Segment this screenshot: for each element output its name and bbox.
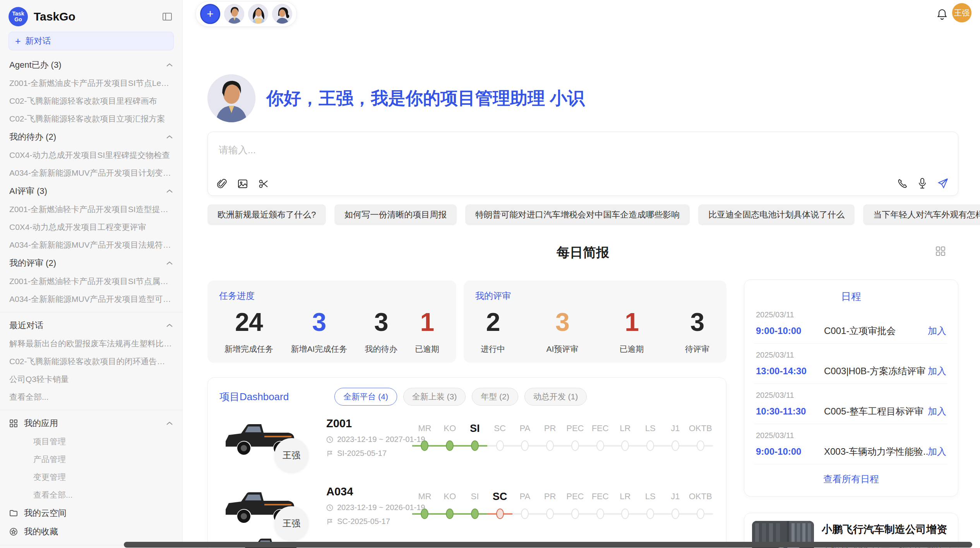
my-apps-header[interactable]: 我的应用: [0, 414, 182, 433]
suggestion-chip[interactable]: 当下年轻人对汽车外观有怎样的喜好趋势: [863, 204, 980, 225]
milestone-label: LR: [613, 420, 638, 437]
milestone-dot: [546, 440, 554, 451]
grid-layout-icon[interactable]: [933, 245, 948, 257]
milestone-label: MR: [412, 420, 437, 437]
microphone-icon[interactable]: [918, 178, 927, 189]
schedule-name: X003-车辆动力学性能验...: [824, 445, 928, 458]
sidebar-item[interactable]: Z001-全新燃油轻卡产品开发项目SI节点属性5D文件评审: [0, 272, 182, 290]
dashboard-tab[interactable]: 动总开发 (1): [524, 388, 587, 406]
sidebar-item[interactable]: C02-飞腾新能源轻客改款项目里程碑画布: [0, 92, 182, 110]
sidebar-item[interactable]: A034-全新新能源MUV产品开发项目法规符合性评审: [0, 236, 182, 254]
milestone-dot: [496, 509, 504, 519]
milestone-track: MR KO SI SC: [412, 420, 713, 454]
app-link[interactable]: 查看全部...: [0, 486, 182, 504]
sidebar-item[interactable]: A034-全新新能源MUV产品开发项目造型可行性评审: [0, 290, 182, 308]
my-favorites-link[interactable]: 我的收藏: [0, 522, 182, 541]
milestone: PR: [538, 420, 563, 454]
schedule-date: 2025/03/11: [756, 431, 946, 440]
project-row-a034[interactable]: 王强 A034 2023-12-19 ~ 2026-01-19 SC-2025-…: [208, 483, 726, 545]
sidebar-item[interactable]: C02-飞腾新能源轻客改款项目立项汇报方案: [0, 110, 182, 128]
schedule-date: 2025/03/11: [756, 351, 946, 360]
dashboard-title: 项目Dashboard: [219, 390, 289, 404]
chevron-up-icon: [166, 189, 173, 194]
milestone-dot: [646, 509, 654, 519]
schedule-item: 2025/03/11 13:00-14:30 C003|H0B-方案冻结评审 加…: [754, 344, 948, 384]
project-row-z001[interactable]: 王强 Z001 2023-12-19 ~ 2027-01-19 SI-2025-…: [208, 415, 726, 477]
user-avatar[interactable]: 王强: [952, 3, 971, 22]
milestone-dot: [621, 509, 629, 519]
milestone: MR: [412, 488, 437, 522]
sidebar-item[interactable]: Z001-全新燃油皮卡产品开发项目SI节点Lesson Learn报告: [0, 74, 182, 92]
new-chat-button[interactable]: + 新对话: [9, 32, 174, 50]
image-icon[interactable]: [237, 178, 248, 189]
composer[interactable]: 请输入...: [207, 132, 958, 196]
milestone: PEC: [563, 488, 588, 522]
milestone: MR: [412, 420, 437, 454]
join-link[interactable]: 加入: [928, 325, 946, 337]
milestone-dot: [571, 440, 579, 451]
dashboard-tab[interactable]: 全新平台 (4): [334, 388, 397, 406]
milestone-label: KO: [437, 420, 463, 437]
sidebar-item[interactable]: C0X4-动力总成开发项目SI里程碑提交物检查: [0, 146, 182, 164]
dashboard-tab[interactable]: 年型 (2): [472, 388, 518, 406]
milestone-label: SC: [487, 420, 512, 437]
send-icon[interactable]: [937, 178, 949, 189]
card-label: 我的评审: [475, 290, 715, 302]
recent-view-all-link[interactable]: 查看全部...: [0, 388, 182, 406]
assistant-avatar-man[interactable]: [224, 4, 244, 24]
milestone-label: PA: [512, 488, 538, 505]
sidebar-item[interactable]: A034-全新新能源MUV产品开发项目计划变更表编写: [0, 164, 182, 182]
section-header[interactable]: Agent已办 (3): [0, 56, 182, 74]
milestone-label: LS: [638, 488, 663, 505]
composer-tools-left: [217, 178, 269, 189]
sidebar-toggle-icon[interactable]: [161, 10, 174, 23]
schedule-time: 13:00-14:30: [756, 366, 824, 377]
stat: 3 AI预评审: [546, 307, 578, 354]
milestone-label: SI: [463, 420, 488, 437]
sidebar-section-recent: 最近对话 解释最新出台的欧盟报废车法规再生塑料比例被调至15%...C02-飞腾…: [0, 316, 182, 406]
scissors-icon[interactable]: [258, 178, 269, 189]
section-header[interactable]: 我的待办 (2): [0, 128, 182, 146]
bell-icon[interactable]: [934, 8, 950, 21]
my-cloud-space-link[interactable]: 我的云空间: [0, 504, 182, 522]
milestone-label: PA: [512, 420, 538, 437]
new-chat-label: 新对话: [26, 35, 51, 47]
suggestion-chip[interactable]: 欧洲新规最近颁布了什么?: [207, 204, 326, 225]
sidebar-item[interactable]: C0X4-动力总成开发项目工程变更评审: [0, 218, 182, 236]
assistant-avatar-woman1[interactable]: [248, 4, 268, 24]
attach-icon[interactable]: [217, 178, 227, 189]
milestone: KO: [437, 420, 463, 454]
recent-chat-item[interactable]: C02-飞腾新能源轻客改款项目的闭环通告反馈情况: [0, 353, 182, 370]
suggestion-chip[interactable]: 比亚迪全固态电池计划具体说了什么: [698, 204, 855, 225]
dashboard-tab[interactable]: 全新上装 (3): [403, 388, 466, 406]
section-header[interactable]: 最近对话: [0, 316, 182, 335]
join-link[interactable]: 加入: [928, 445, 946, 458]
suggestion-chip[interactable]: 如何写一份清晰的项目周报: [334, 204, 457, 225]
section-header[interactable]: AI评审 (3): [0, 182, 182, 200]
recent-chat-item[interactable]: 解释最新出台的欧盟报废车法规再生塑料比例被调至15%...: [0, 335, 182, 353]
join-link[interactable]: 加入: [928, 405, 946, 418]
view-all-schedule-link[interactable]: 查看所有日程: [754, 464, 948, 494]
stat-value: 3: [546, 307, 578, 337]
milestone: OKTB: [688, 420, 713, 454]
app-link[interactable]: 项目管理: [0, 433, 182, 450]
recent-chat-item[interactable]: 公司Q3轻卡销量: [0, 370, 182, 388]
suggestion-chip[interactable]: 特朗普可能对进口汽车增税会对中国车企造成哪些影响: [465, 204, 690, 225]
stat: 24 新增完成任务: [224, 307, 273, 354]
phone-icon[interactable]: [898, 178, 908, 188]
section-header[interactable]: 我的评审 (2): [0, 254, 182, 272]
schedule-item: 2025/03/11 9:00-10:00 X003-车辆动力学性能验... 加…: [754, 424, 948, 464]
join-link[interactable]: 加入: [928, 365, 946, 377]
app-link[interactable]: 产品管理: [0, 450, 182, 468]
project-name: A034: [326, 485, 425, 498]
stat-label: 我的待办: [365, 344, 397, 354]
milestone: PA: [512, 488, 538, 522]
milestone: PA: [512, 420, 538, 454]
assistant-avatar-woman2[interactable]: [272, 4, 292, 24]
horizontal-scrollbar-thumb[interactable]: [124, 542, 972, 548]
greeting-block: 你好，王强，我是你的项目管理助理 小识: [207, 74, 585, 122]
add-assistant-button[interactable]: +: [200, 4, 220, 24]
dashboard-tabs: 全新平台 (4)全新上装 (3)年型 (2)动总开发 (1): [334, 388, 587, 406]
app-link[interactable]: 变更管理: [0, 468, 182, 486]
sidebar-item[interactable]: Z001-全新燃油轻卡产品开发项目SI造型提交物评审: [0, 200, 182, 218]
